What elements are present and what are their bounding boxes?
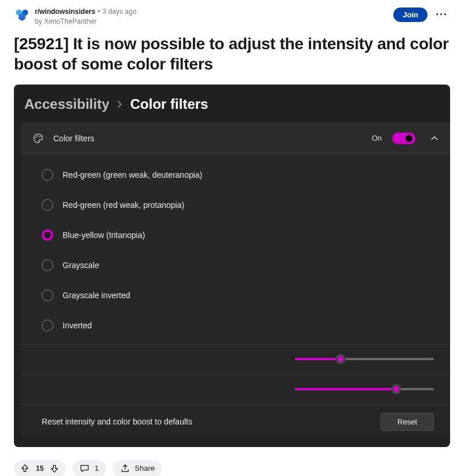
- filter-option-label: Grayscale inverted: [63, 291, 130, 300]
- vote-score: 15: [35, 464, 45, 473]
- breadcrumb-parent[interactable]: Accessibility: [24, 96, 109, 112]
- radio-icon: [42, 229, 53, 241]
- filter-option[interactable]: Inverted: [21, 310, 450, 340]
- svg-point-5: [39, 136, 41, 137]
- color-boost-slider-row: [21, 374, 450, 404]
- radio-icon: [42, 320, 53, 331]
- svg-point-2: [19, 13, 25, 20]
- reset-description: Reset intensity and color boost to defau…: [42, 417, 192, 426]
- radio-icon: [42, 199, 53, 211]
- reset-row: Reset intensity and color boost to defau…: [21, 404, 450, 438]
- svg-point-4: [37, 135, 38, 136]
- subreddit-icon[interactable]: [14, 7, 30, 23]
- chevron-right-icon: [116, 97, 123, 111]
- comments-button[interactable]: 1: [72, 460, 105, 476]
- filter-option[interactable]: Red-green (red weak, protanopia): [21, 190, 450, 220]
- filter-option-label: Blue-yellow (tritanopia): [63, 230, 145, 240]
- post-action-bar: 15 1 Share: [14, 460, 450, 476]
- intensity-slider-row: [21, 344, 450, 374]
- byline: by XenoThePanther: [35, 17, 389, 27]
- vote-pill: 15: [14, 460, 65, 476]
- more-options-button[interactable]: ···: [433, 7, 450, 22]
- filter-option[interactable]: Red-green (green weak, deuteranopia): [21, 160, 450, 190]
- palette-icon: [32, 133, 44, 144]
- subreddit-link[interactable]: r/windowsinsiders: [35, 7, 96, 17]
- reset-button[interactable]: Reset: [381, 413, 434, 431]
- radio-icon: [42, 259, 53, 271]
- color-boost-slider[interactable]: [295, 388, 434, 390]
- color-filters-expander[interactable]: Color filters On: [21, 123, 450, 154]
- toggle-state-label: On: [372, 134, 382, 142]
- join-button[interactable]: Join: [393, 8, 428, 22]
- upvote-button[interactable]: [19, 462, 31, 475]
- settings-breadcrumb: Accessibility Color filters: [14, 96, 450, 123]
- share-button[interactable]: Share: [113, 460, 162, 476]
- author-link[interactable]: XenoThePanther: [44, 17, 97, 25]
- filter-options-list: Red-green (green weak, deuteranopia)Red-…: [21, 154, 450, 344]
- filter-option[interactable]: Blue-yellow (tritanopia): [21, 220, 450, 250]
- radio-icon: [42, 169, 53, 181]
- downvote-button[interactable]: [48, 462, 61, 475]
- post-header: r/windowsinsiders • 3 days ago by XenoTh…: [14, 7, 450, 27]
- post-image-content: Accessibility Color filters Color filter…: [14, 85, 450, 447]
- filter-option-label: Red-green (green weak, deuteranopia): [63, 170, 202, 180]
- chevron-up-icon: [430, 134, 439, 142]
- share-label: Share: [135, 464, 155, 473]
- intensity-slider[interactable]: [295, 358, 434, 360]
- radio-icon: [42, 290, 53, 301]
- filter-option-label: Grayscale: [63, 261, 99, 270]
- filter-option-label: Red-green (red weak, protanopia): [63, 200, 184, 210]
- separator-dot: •: [98, 7, 100, 17]
- color-filters-toggle[interactable]: [392, 133, 415, 144]
- filter-option[interactable]: Grayscale inverted: [21, 280, 450, 310]
- expander-title: Color filters: [53, 134, 363, 143]
- post-title: [25921] It is now possible to adjust the…: [14, 34, 450, 74]
- comment-count: 1: [94, 464, 98, 473]
- filter-option-label: Inverted: [63, 321, 92, 330]
- breadcrumb-current: Color filters: [130, 96, 209, 112]
- filter-option[interactable]: Grayscale: [21, 250, 450, 280]
- post-time: 3 days ago: [103, 7, 137, 17]
- svg-point-3: [35, 137, 36, 138]
